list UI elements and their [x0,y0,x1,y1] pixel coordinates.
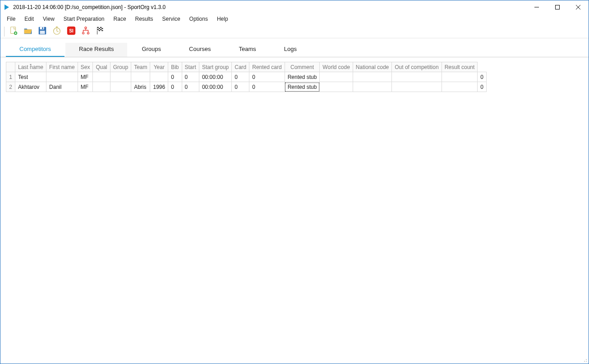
timer-button[interactable] [51,25,63,38]
svg-rect-26 [99,30,100,31]
title-bar: 2018-11-20 14:06:00 [D:/so_competition.j… [0,0,589,14]
menu-file[interactable]: File [2,15,20,23]
cell-national-code[interactable] [392,82,442,92]
cell-world-code[interactable] [353,82,391,92]
cell-group[interactable] [110,72,131,82]
tab-competitors[interactable]: Competitors [6,43,64,57]
menu-view[interactable]: View [38,15,59,23]
cell-result-count[interactable]: 0 [478,72,487,82]
col-first-name[interactable]: First name [46,62,78,72]
tab-strip: Competitors Race Results Groups Courses … [0,38,589,57]
cell-rented-card[interactable]: Rented stub [285,82,320,92]
col-qual[interactable]: Qual [93,62,110,72]
cell-result-count[interactable]: 0 [478,82,487,92]
sort-indicator-icon: ▾ [30,63,32,67]
svg-rect-8 [40,27,44,30]
cell-team[interactable] [131,72,150,82]
cell-card[interactable]: 0 [249,82,285,92]
col-last-name[interactable]: ▾Last name [15,62,46,72]
cell-qual[interactable] [93,82,110,92]
tab-courses[interactable]: Courses [175,43,224,57]
maximize-button[interactable] [547,0,568,14]
content-area: ▾Last name First name Sex Qual Group Tea… [0,57,589,364]
col-out-of-competition[interactable]: Out of competition [392,62,442,72]
tab-groups[interactable]: Groups [128,43,175,57]
cell-start-group[interactable]: 0 [232,72,249,82]
cell-start[interactable]: 00:00:00 [199,72,231,82]
menu-service[interactable]: Service [158,15,185,23]
cell-qual[interactable] [93,72,110,82]
row-number-header[interactable] [6,62,15,72]
cell-start[interactable]: 00:00:00 [199,82,231,92]
hierarchy-button[interactable] [79,25,92,38]
cell-comment[interactable] [320,72,353,82]
svg-rect-12 [56,27,58,28]
menu-start-preparation[interactable]: Start Preparation [59,15,109,23]
svg-rect-29 [584,361,585,362]
cell-bib[interactable]: 0 [168,72,182,82]
row-number[interactable]: 1 [6,72,15,82]
close-button[interactable] [568,0,589,14]
open-file-button[interactable] [22,25,34,38]
cell-bib2[interactable]: 0 [182,72,199,82]
tab-race-results[interactable]: Race Results [65,43,127,57]
col-sex[interactable]: Sex [78,62,93,72]
col-year[interactable]: Year [150,62,168,72]
resize-grip-icon[interactable] [582,357,588,363]
sportident-button[interactable]: SI [65,25,78,38]
menu-results[interactable]: Results [131,15,158,23]
table-row[interactable]: 2 Akhtarov Danil MF Abris 1996 0 0 00:00… [6,82,487,92]
svg-point-17 [87,32,89,34]
cell-year[interactable]: 1996 [150,82,168,92]
col-team[interactable]: Team [131,62,150,72]
cell-group[interactable] [110,82,131,92]
col-result-count[interactable]: Result count [442,62,478,72]
col-start-group[interactable]: Start group [199,62,231,72]
col-comment[interactable]: Comment [285,62,320,72]
col-card[interactable]: Card [232,62,249,72]
save-file-button[interactable] [36,25,49,38]
cell-bib[interactable]: 0 [168,82,182,92]
cell-start-group[interactable]: 0 [232,82,249,92]
menu-edit[interactable]: Edit [20,15,38,23]
col-bib[interactable]: Bib [168,62,182,72]
menu-help[interactable]: Help [212,15,233,23]
menu-options[interactable]: Options [185,15,212,23]
cell-sex[interactable]: MF [78,82,93,92]
row-number[interactable]: 2 [6,82,15,92]
svg-rect-20 [97,27,99,28]
minimize-button[interactable] [526,0,547,14]
col-rented-card[interactable]: Rented card [249,62,285,72]
cell-national-code[interactable] [392,72,442,82]
svg-rect-30 [586,359,587,360]
cell-out-of-competition[interactable] [442,82,478,92]
cell-world-code[interactable] [353,72,391,82]
tab-teams[interactable]: Teams [225,43,269,57]
col-start[interactable]: Start [182,62,199,72]
cell-last-name[interactable]: Akhtarov [15,82,46,92]
svg-text:SI: SI [69,28,74,33]
cell-first-name[interactable]: Danil [46,82,78,92]
cell-rented-card[interactable]: Rented stub [285,72,320,82]
cell-out-of-competition[interactable] [442,72,478,82]
new-file-button[interactable] [7,25,20,38]
svg-point-15 [85,27,87,29]
open-file-icon [23,26,33,37]
competitors-table[interactable]: ▾Last name First name Sex Qual Group Tea… [6,62,487,92]
col-group[interactable]: Group [110,62,131,72]
table-row[interactable]: 1 Test MF 0 0 00:00:00 0 0 Rented stub [6,72,487,82]
svg-rect-27 [101,30,103,31]
cell-comment[interactable] [320,82,353,92]
cell-last-name[interactable]: Test [15,72,46,82]
col-world-code[interactable]: World code [320,62,353,72]
cell-year[interactable] [150,72,168,82]
menu-race[interactable]: Race [109,15,131,23]
cell-team[interactable]: Abris [131,82,150,92]
cell-card[interactable]: 0 [249,72,285,82]
tab-logs[interactable]: Logs [271,43,310,57]
cell-first-name[interactable] [46,72,78,82]
col-national-code[interactable]: National code [353,62,391,72]
cell-bib2[interactable]: 0 [182,82,199,92]
cell-sex[interactable]: MF [78,72,93,82]
finish-flag-button[interactable] [94,25,106,38]
